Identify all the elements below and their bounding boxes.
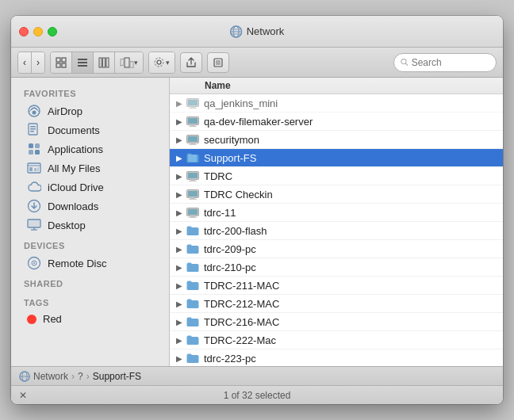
computer-icon [186, 205, 200, 220]
list-item[interactable]: ▶ tdrc-200-flash [170, 222, 503, 240]
list-item[interactable]: ▶ TDRC-211-MAC [170, 277, 503, 295]
sidebar-item-desktop[interactable]: Desktop [14, 216, 166, 235]
nav-group: ‹ › [17, 52, 45, 74]
file-name: TDRC [204, 170, 495, 182]
gear-icon [154, 57, 164, 67]
list-item[interactable]: ▶ tdrc-11 [170, 204, 503, 222]
sidebar-item-airdrop[interactable]: AirDrop [14, 101, 166, 120]
expand-arrow[interactable]: ▶ [173, 300, 186, 308]
computer-icon [186, 169, 200, 183]
statusbar-close-button[interactable]: ✕ [19, 390, 27, 401]
view-coverflow-button[interactable]: ▾ [115, 52, 143, 73]
breadcrumb-network[interactable]: Network [33, 371, 68, 382]
share-button[interactable] [180, 52, 202, 73]
close-button[interactable] [19, 27, 29, 36]
devices-section-label: Devices [11, 235, 169, 254]
expand-arrow[interactable]: ▶ [173, 117, 186, 126]
sidebar-label-remotedisc: Remote Disc [48, 258, 106, 269]
svg-rect-60 [188, 155, 197, 162]
sidebar-item-downloads[interactable]: Downloads [14, 197, 166, 216]
list-item[interactable]: ▶ tdrc-223-pc [170, 349, 503, 366]
search-input[interactable] [412, 57, 489, 68]
expand-arrow[interactable]: ▶ [173, 172, 186, 181]
favorites-section-label: Favorites [11, 82, 169, 101]
expand-arrow[interactable]: ▶ [173, 318, 186, 326]
list-item[interactable]: ▶ Support-FS [170, 149, 503, 167]
sidebar-item-applications[interactable]: Applications [14, 139, 166, 158]
svg-rect-30 [29, 143, 33, 148]
network-folder-blue-icon [186, 260, 200, 274]
svg-rect-17 [130, 61, 133, 68]
arrange-button[interactable]: ▾ [149, 52, 175, 73]
maximize-button[interactable] [48, 27, 57, 36]
expand-arrow[interactable]: ▶ [173, 154, 186, 162]
expand-arrow[interactable]: ▶ [173, 354, 186, 363]
shared-section-label: Shared [11, 273, 169, 292]
sidebar-item-allmyfiles[interactable]: All My Files [14, 158, 166, 178]
sidebar-item-documents[interactable]: Documents [14, 120, 166, 139]
list-item[interactable]: ▶ TDRC [170, 167, 503, 185]
view-group: ▾ [50, 52, 144, 74]
file-name: TDRC-216-MAC [204, 316, 495, 328]
list-item[interactable]: ▶ qa_jenkins_mini [170, 94, 503, 113]
file-list-header: Name [170, 78, 503, 94]
svg-rect-58 [190, 143, 195, 144]
expand-arrow[interactable]: ▶ [173, 190, 186, 199]
svg-rect-72 [189, 217, 197, 218]
svg-rect-21 [216, 60, 221, 65]
list-item[interactable]: ▶ TDRC Checkin [170, 185, 503, 204]
back-button[interactable]: ‹ [18, 52, 32, 73]
svg-rect-64 [189, 181, 197, 181]
list-item[interactable]: ▶ TDRC-222-Mac [170, 331, 503, 349]
expand-arrow[interactable]: ▶ [173, 227, 186, 235]
svg-point-19 [155, 58, 163, 67]
list-item[interactable]: ▶ securitymon [170, 131, 503, 149]
coverflow-arrow: ▾ [134, 59, 138, 67]
forward-icon: › [36, 57, 40, 68]
applications-icon [27, 142, 41, 156]
list-item[interactable]: ▶ TDRC-212-MAC [170, 295, 503, 313]
search-icon [401, 58, 409, 67]
expand-arrow[interactable]: ▶ [173, 99, 186, 108]
sidebar-item-remotedisc[interactable]: Remote Disc [14, 254, 166, 273]
search-box[interactable] [393, 53, 497, 72]
expand-arrow[interactable]: ▶ [173, 263, 186, 272]
list-item[interactable]: ▶ tdrc-210-pc [170, 258, 503, 277]
sidebar-label-desktop: Desktop [48, 220, 86, 231]
expand-arrow[interactable]: ▶ [173, 281, 186, 290]
svg-rect-8 [62, 63, 66, 67]
expand-arrow[interactable]: ▶ [173, 245, 186, 254]
action-group: ▾ [148, 52, 175, 74]
list-item[interactable]: ▶ TDRC-216-MAC [170, 313, 503, 331]
svg-rect-32 [29, 150, 33, 155]
minimize-button[interactable] [33, 27, 43, 36]
breadcrumb-current: Support-FS [93, 371, 141, 382]
sidebar-item-tag-red[interactable]: Red [14, 311, 166, 327]
sidebar-label-airdrop: AirDrop [48, 105, 82, 117]
list-item[interactable]: ▶ qa-dev-filemaker-server [170, 113, 503, 131]
icon-view-icon [56, 57, 67, 68]
tags-section-label: Tags [11, 292, 169, 311]
expand-arrow[interactable]: ▶ [173, 136, 186, 144]
springback-button[interactable] [207, 52, 229, 73]
view-list-button[interactable] [72, 52, 94, 73]
svg-point-18 [157, 60, 161, 64]
svg-rect-27 [30, 126, 36, 128]
svg-rect-10 [78, 62, 87, 63]
forward-button[interactable]: › [32, 52, 44, 73]
file-name: tdrc-11 [204, 207, 495, 219]
view-columns-button[interactable] [94, 52, 115, 73]
file-name: TDRC-211-MAC [204, 280, 495, 292]
sidebar-item-icloud[interactable]: iCloud Drive [14, 178, 166, 197]
file-name: securitymon [204, 134, 495, 146]
view-icon-button[interactable] [51, 52, 72, 73]
expand-arrow[interactable]: ▶ [173, 208, 186, 217]
list-item[interactable]: ▶ tdrc-209-pc [170, 240, 503, 258]
window-title: Network [230, 25, 285, 38]
expand-arrow[interactable]: ▶ [173, 336, 186, 345]
svg-rect-11 [78, 65, 87, 67]
title-text: Network [247, 25, 285, 37]
arrange-arrow: ▾ [166, 59, 170, 67]
svg-rect-68 [189, 199, 197, 200]
svg-rect-57 [188, 136, 198, 142]
